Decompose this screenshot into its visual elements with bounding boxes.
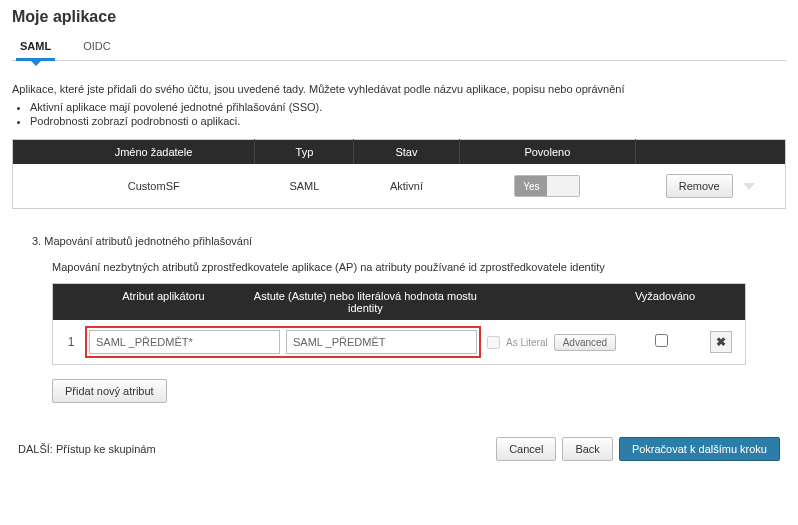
app-header-blank xyxy=(13,140,53,165)
expand-row-icon[interactable] xyxy=(743,183,755,190)
tab-saml[interactable]: SAML xyxy=(16,34,55,60)
add-attribute-button[interactable]: Přidat nový atribut xyxy=(52,379,167,403)
delete-row-button[interactable]: ✖ xyxy=(710,331,732,353)
intro-line: Aplikace, které jste přidali do svého úč… xyxy=(12,83,786,95)
app-header-enabled: Povoleno xyxy=(459,140,635,165)
tab-bar: SAML OIDC xyxy=(12,34,786,61)
attribute-mapping-table: Atribut aplikátoru Astute (Astute) nebo … xyxy=(52,283,746,365)
intro-bullet-2: Podrobnosti zobrazí podrobnosti o aplika… xyxy=(30,115,786,127)
app-name: CustomSF xyxy=(53,164,255,209)
applications-table: Jméno žadatele Typ Stav Povoleno CustomS… xyxy=(12,139,786,209)
attr-header-required: Vyžadováno xyxy=(625,284,705,320)
attr-row: 1 As Literal Advanced ✖ xyxy=(53,320,745,364)
as-literal-checkbox[interactable] xyxy=(487,336,500,349)
app-type: SAML xyxy=(255,164,354,209)
toggle-spacer xyxy=(547,176,579,196)
attr-row-index: 1 xyxy=(57,335,85,349)
app-header-type: Typ xyxy=(255,140,354,165)
remove-button[interactable]: Remove xyxy=(666,174,733,198)
next-value: Přístup ke skupinám xyxy=(56,443,156,455)
attr-header-applicator: Atribut aplikátoru xyxy=(81,284,246,320)
as-literal-label: As Literal xyxy=(506,337,548,348)
step-area: 3. Mapování atributů jednotného přihlašo… xyxy=(22,235,776,403)
app-header-name: Jméno žadatele xyxy=(53,140,255,165)
enabled-toggle[interactable]: Yes xyxy=(514,175,580,197)
row-actions: Remove xyxy=(666,174,755,198)
intro-section: Aplikace, které jste přidali do svého úč… xyxy=(12,83,786,127)
page-root: Moje aplikace SAML OIDC Aplikace, které … xyxy=(0,0,798,473)
step-title: 3. Mapování atributů jednotného přihlašo… xyxy=(22,235,776,247)
app-header-actions xyxy=(636,140,786,165)
next-prefix: DALŠÍ: xyxy=(18,443,56,455)
app-state: Aktivní xyxy=(354,164,459,209)
app-header-state: Stav xyxy=(354,140,459,165)
continue-button[interactable]: Pokračovat k dalšímu kroku xyxy=(619,437,780,461)
close-icon: ✖ xyxy=(716,335,726,349)
intro-bullet-1: Aktivní aplikace mají povolené jednotné … xyxy=(30,101,786,113)
required-checkbox[interactable] xyxy=(655,334,668,347)
attr-header-bridge: Astute (Astute) nebo literálová hodnota … xyxy=(246,284,485,320)
attr-row-options: As Literal Advanced xyxy=(481,334,621,351)
intro-bullets: Aktivní aplikace mají povolené jednotné … xyxy=(30,101,786,127)
table-row: CustomSF SAML Aktivní Yes Remove xyxy=(13,164,786,209)
back-button[interactable]: Back xyxy=(562,437,612,461)
highlight-box xyxy=(85,326,481,358)
page-title: Moje aplikace xyxy=(12,8,786,26)
next-step-label: DALŠÍ: Přístup ke skupinám xyxy=(18,443,156,455)
tab-oidc[interactable]: OIDC xyxy=(79,34,115,60)
step-subtitle: Mapování nezbytných atributů zprostředko… xyxy=(52,261,776,273)
bridge-value-input[interactable] xyxy=(286,330,477,354)
cancel-button[interactable]: Cancel xyxy=(496,437,556,461)
advanced-button[interactable]: Advanced xyxy=(554,334,616,351)
footer: DALŠÍ: Přístup ke skupinám Cancel Back P… xyxy=(12,437,786,461)
attr-header: Atribut aplikátoru Astute (Astute) nebo … xyxy=(53,284,745,320)
applicator-attribute-input[interactable] xyxy=(89,330,280,354)
toggle-yes-label: Yes xyxy=(515,176,547,196)
